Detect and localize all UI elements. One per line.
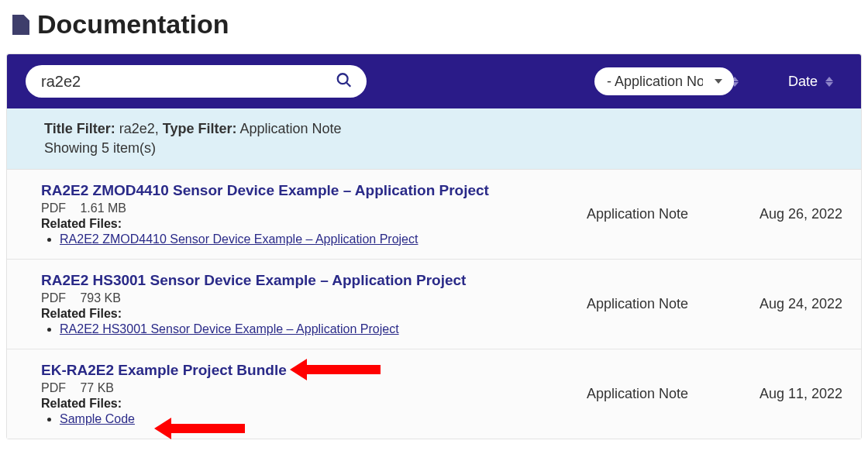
list-item: RA2E2 ZMOD4410 Sensor Device Example – A… <box>7 170 861 260</box>
related-files-list: RA2E2 HS3001 Sensor Device Example – App… <box>41 322 587 336</box>
date-column-header[interactable]: Date <box>788 74 833 90</box>
date-sort-toggle[interactable] <box>825 77 833 87</box>
related-file-link[interactable]: RA2E2 ZMOD4410 Sensor Device Example – A… <box>60 232 418 246</box>
date-label: Date <box>788 74 818 90</box>
item-meta: PDF 793 KB <box>41 291 587 305</box>
item-size: 1.61 MB <box>80 201 126 215</box>
related-file-item: Sample Code <box>60 412 587 426</box>
sort-up-icon <box>825 77 833 81</box>
type-filter-label: Type Filter: <box>163 121 237 136</box>
item-title-link[interactable]: RA2E2 HS3001 Sensor Device Example – App… <box>41 272 466 289</box>
search-button[interactable] <box>332 69 356 95</box>
showing-count: Showing 5 item(s) <box>44 140 824 157</box>
title-filter-label: Title Filter: <box>44 121 115 136</box>
related-files-label: Related Files: <box>41 217 587 231</box>
search-input[interactable] <box>26 65 367 98</box>
related-file-item: RA2E2 HS3001 Sensor Device Example – App… <box>60 322 587 336</box>
type-filter-value: Application Note <box>239 121 341 136</box>
item-title-link[interactable]: RA2E2 ZMOD4410 Sensor Device Example – A… <box>41 182 489 199</box>
item-format: PDF <box>41 201 66 215</box>
related-file-item: RA2E2 ZMOD4410 Sensor Device Example – A… <box>60 232 587 246</box>
item-type: Application Note <box>587 386 742 402</box>
related-files-list: Sample Code <box>41 412 587 426</box>
document-icon <box>12 15 29 35</box>
item-size: 77 KB <box>80 381 114 394</box>
item-date: Aug 24, 2022 <box>742 296 842 312</box>
item-title-link[interactable]: EK-RA2E2 Example Project Bundle <box>41 362 287 379</box>
item-size: 793 KB <box>80 291 120 305</box>
related-file-link[interactable]: Sample Code <box>60 412 135 425</box>
item-date: Aug 26, 2022 <box>742 206 842 222</box>
filter-banner: Title Filter: ra2e2, Type Filter: Applic… <box>7 108 861 170</box>
related-file-link[interactable]: RA2E2 HS3001 Sensor Device Example – App… <box>60 322 399 336</box>
item-type: Application Note <box>587 206 742 222</box>
documentation-panel: - Application No Date Titl <box>6 53 862 439</box>
list-item: RA2E2 HS3001 Sensor Device Example – App… <box>7 260 861 349</box>
sort-down-icon <box>825 82 833 87</box>
item-type: Application Note <box>587 296 742 312</box>
item-meta: PDF 1.61 MB <box>41 201 587 215</box>
title-filter-value: ra2e2, <box>119 121 159 136</box>
svg-point-0 <box>338 74 348 84</box>
type-filter-dropdown[interactable]: - Application No <box>594 67 734 95</box>
item-format: PDF <box>41 291 66 305</box>
type-filter-wrap: - Application No <box>594 67 739 95</box>
page-header: Documentation <box>12 9 862 40</box>
related-files-label: Related Files: <box>41 397 587 411</box>
search-wrap <box>26 65 367 98</box>
toolbar: - Application No Date <box>7 54 861 108</box>
list-item: EK-RA2E2 Example Project Bundle PDF 77 K… <box>7 349 861 439</box>
svg-line-1 <box>346 83 350 87</box>
search-icon <box>336 72 353 89</box>
related-files-label: Related Files: <box>41 307 587 321</box>
item-date: Aug 11, 2022 <box>742 386 842 402</box>
item-format: PDF <box>41 381 66 394</box>
item-meta: PDF 77 KB <box>41 381 587 395</box>
page-title: Documentation <box>37 9 229 40</box>
related-files-list: RA2E2 ZMOD4410 Sensor Device Example – A… <box>41 232 587 246</box>
